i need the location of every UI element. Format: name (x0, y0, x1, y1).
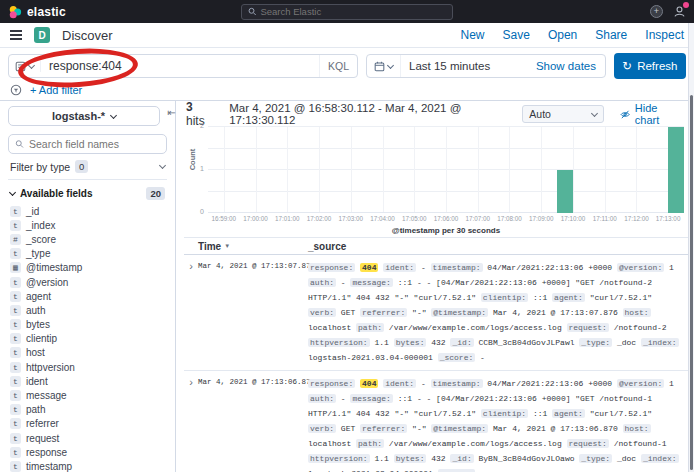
show-dates-button[interactable]: Show dates (527, 60, 605, 72)
string-field-icon: t (10, 319, 21, 330)
source-column-header: _source (308, 241, 346, 252)
source-field-badge: bytes: (394, 338, 427, 347)
field-search-input[interactable] (29, 138, 160, 150)
new-button[interactable]: New (461, 28, 485, 42)
field-item-path[interactable]: tpath (8, 403, 167, 417)
scrollbar-thumb[interactable] (690, 95, 693, 470)
field-item-referrer[interactable]: treferrer (8, 417, 167, 431)
source-field-badge: path: (356, 323, 384, 332)
source-field-badge: referrer: (360, 308, 407, 317)
add-filter-button[interactable]: + Add filter (30, 84, 82, 96)
field-item-_type[interactable]: t_type (8, 247, 167, 261)
saved-query-menu[interactable] (15, 61, 41, 72)
filter-by-type[interactable]: Filter by type 0 (8, 154, 167, 180)
histogram-plot[interactable] (208, 127, 684, 213)
doc-row: ›Mar 4, 2021 @ 17:13:07.876response: 404… (184, 255, 688, 371)
field-name: _id (26, 206, 39, 217)
eye-slash-icon (620, 109, 630, 120)
page-title: Discover (62, 28, 113, 43)
string-field-icon: t (10, 291, 21, 302)
histogram-bar[interactable] (668, 127, 684, 213)
global-search[interactable] (241, 4, 453, 20)
field-item-_id[interactable]: t_id (8, 204, 167, 218)
query-input[interactable]: response:404 KQL (8, 54, 358, 78)
field-item-_index[interactable]: t_index (8, 218, 167, 232)
time-range-button[interactable]: Last 15 minutes (401, 60, 498, 72)
open-button[interactable]: Open (548, 28, 577, 42)
histogram-bar[interactable] (557, 170, 573, 213)
source-field-badge: _id: (450, 454, 473, 463)
available-fields-header[interactable]: Available fields 20 (8, 180, 167, 204)
string-field-icon: t (10, 461, 21, 472)
source-field-badge: _score: (438, 353, 476, 362)
expand-doc-icon[interactable]: › (184, 260, 198, 272)
field-item-auth[interactable]: tauth (8, 303, 167, 317)
share-button[interactable]: Share (595, 28, 627, 42)
time-column-header[interactable]: Time ▼ (198, 241, 308, 252)
saved-query-icon[interactable] (10, 84, 22, 96)
field-search[interactable] (8, 134, 167, 154)
doc-source: response: 404 ident: - timestamp: 04/Mar… (308, 376, 688, 472)
source-field-badge: httpversion: (308, 338, 370, 347)
index-pattern-switcher[interactable]: logstash-* (8, 106, 160, 126)
save-button[interactable]: Save (503, 28, 530, 42)
menu-icon[interactable] (10, 30, 22, 40)
field-item-@timestamp[interactable]: ▦@timestamp (8, 261, 167, 275)
field-item-message[interactable]: tmessage (8, 388, 167, 402)
field-item-timestamp[interactable]: ttimestamp (8, 459, 167, 472)
source-field-badge: @version: (617, 263, 664, 272)
header-menu-icon[interactable]: + (650, 5, 663, 18)
field-item-bytes[interactable]: tbytes (8, 318, 167, 332)
source-field-badge: timestamp: (431, 379, 483, 388)
field-item-httpversion[interactable]: thttpversion (8, 360, 167, 374)
elastic-logo[interactable]: elastic (8, 5, 66, 19)
string-field-icon: t (10, 305, 21, 316)
field-item-@version[interactable]: t@version (8, 275, 167, 289)
source-field-badge: agent: (552, 409, 585, 418)
field-item-response[interactable]: tresponse (8, 445, 167, 459)
source-field-badge: @timestamp: (431, 308, 488, 317)
field-name: clientip (26, 333, 57, 344)
y-axis-ticks: 012 (194, 125, 204, 211)
expand-doc-icon[interactable]: › (184, 376, 198, 388)
discover-app-badge[interactable]: D (34, 27, 50, 43)
x-axis-ticks: 16:59:0017:00:0017:01:0017:02:0017:03:00… (208, 215, 684, 224)
field-item-clientip[interactable]: tclientip (8, 332, 167, 346)
interval-select[interactable]: Auto (522, 105, 604, 123)
highlighted-value: 404 (360, 263, 378, 272)
hide-chart-button[interactable]: Hide chart (620, 102, 682, 126)
source-field-badge: clientip: (481, 409, 528, 418)
user-avatar[interactable] (673, 5, 686, 18)
query-menu-icon (15, 61, 26, 72)
scrollbar[interactable] (688, 23, 694, 472)
doc-time: Mar 4, 2021 @ 17:13:06.870 (198, 376, 308, 386)
source-field-badge: ident: (383, 263, 416, 272)
field-name: host (26, 347, 45, 358)
source-field-badge: message: (350, 278, 392, 287)
source-field-badge: clientip: (481, 293, 528, 302)
field-item-ident[interactable]: tident (8, 374, 167, 388)
inspect-button[interactable]: Inspect (645, 28, 684, 42)
string-field-icon: t (10, 376, 21, 387)
source-field-badge: request: (567, 323, 609, 332)
field-item-agent[interactable]: tagent (8, 289, 167, 303)
query-text[interactable]: response:404 (41, 59, 319, 73)
collapse-sidebar-icon[interactable]: ⇤ (168, 107, 176, 118)
x-axis-label: @timestamp per 30 seconds (208, 226, 684, 235)
global-search-input[interactable] (260, 6, 446, 17)
source-field-badge: @version: (617, 379, 664, 388)
source-field-badge: host: (623, 308, 651, 317)
refresh-button[interactable]: ↻ Refresh (614, 53, 686, 79)
field-item-request[interactable]: trequest (8, 431, 167, 445)
field-name: timestamp (26, 461, 72, 472)
global-header: elastic + (0, 0, 694, 23)
calendar-icon (374, 61, 385, 72)
source-field-badge: ident: (383, 379, 416, 388)
query-language-button[interactable]: KQL (319, 55, 357, 77)
field-item-host[interactable]: thost (8, 346, 167, 360)
field-item-_score[interactable]: #_score (8, 232, 167, 246)
quick-select-menu[interactable] (367, 55, 401, 77)
histogram-chart: Count 012 16:59:0017:00:0017:01:0017:02:… (184, 125, 688, 237)
chevron-down-icon (28, 61, 35, 68)
table-header: Time ▼ _source (184, 237, 688, 255)
